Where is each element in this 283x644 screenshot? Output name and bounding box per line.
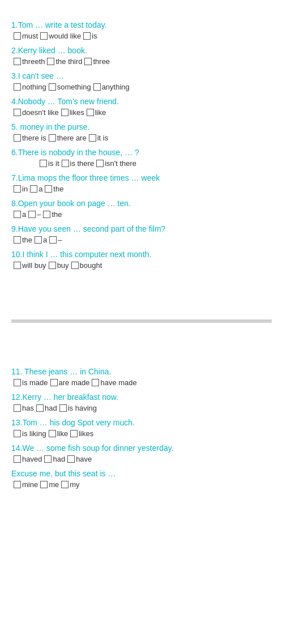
option-q1-2[interactable]: is xyxy=(83,32,97,40)
option-q7-2[interactable]: the xyxy=(45,185,63,193)
checkbox-q8-0[interactable] xyxy=(14,211,21,218)
option-label-q12-2: is having xyxy=(68,404,97,412)
question-text-q8: 8.Open your book on page … ten. xyxy=(11,199,272,208)
option-q3-1[interactable]: something xyxy=(49,83,91,91)
checkbox-q12-0[interactable] xyxy=(14,404,21,412)
checkbox-q3-2[interactable] xyxy=(93,83,101,91)
checkbox-q14-1[interactable] xyxy=(44,455,52,463)
checkbox-q9-2[interactable] xyxy=(49,236,57,244)
option-q6-0[interactable]: is it xyxy=(40,159,59,168)
option-q2-0[interactable]: threeth xyxy=(14,57,45,66)
option-q5-0[interactable]: there is xyxy=(14,134,46,142)
checkbox-q2-0[interactable] xyxy=(14,58,21,65)
option-q8-1[interactable]: – xyxy=(28,210,41,219)
checkbox-q15-2[interactable] xyxy=(61,481,68,488)
checkbox-q5-1[interactable] xyxy=(49,134,56,142)
checkbox-q8-1[interactable] xyxy=(28,211,36,218)
checkbox-q6-2[interactable] xyxy=(96,160,104,167)
checkbox-q13-1[interactable] xyxy=(49,430,56,437)
option-q15-1[interactable]: me xyxy=(40,480,59,489)
checkbox-q10-2[interactable] xyxy=(71,262,79,269)
option-q5-2[interactable]: it is xyxy=(89,134,109,142)
checkbox-q7-0[interactable] xyxy=(14,185,21,193)
checkbox-q15-1[interactable] xyxy=(40,481,48,488)
option-q14-1[interactable]: had xyxy=(44,455,65,463)
checkbox-q11-0[interactable] xyxy=(14,379,21,386)
option-q8-0[interactable]: a xyxy=(14,210,26,219)
options-row-q12: has had is having xyxy=(11,404,272,412)
option-q12-2[interactable]: is having xyxy=(59,404,97,412)
checkbox-q4-0[interactable] xyxy=(14,109,21,116)
checkbox-q10-0[interactable] xyxy=(14,262,21,269)
option-label-q5-1: there are xyxy=(57,134,87,142)
checkbox-q7-1[interactable] xyxy=(30,185,37,193)
checkbox-q6-1[interactable] xyxy=(62,160,69,167)
checkbox-q8-2[interactable] xyxy=(43,211,50,218)
option-q9-0[interactable]: the xyxy=(14,236,32,244)
option-q7-1[interactable]: a xyxy=(30,185,42,193)
checkbox-q11-1[interactable] xyxy=(50,379,58,386)
checkbox-q1-0[interactable] xyxy=(14,32,21,40)
option-label-q8-2: the xyxy=(52,210,62,219)
checkbox-q14-2[interactable] xyxy=(67,455,75,463)
question-block-q6: 6.There is nobody in the house, … ?is it… xyxy=(11,148,272,168)
option-q13-0[interactable]: is liking xyxy=(14,429,46,438)
option-q11-2[interactable]: have made xyxy=(92,378,136,387)
option-q4-2[interactable]: like xyxy=(87,108,106,117)
option-q15-2[interactable]: my xyxy=(61,480,79,489)
option-q12-1[interactable]: had xyxy=(36,404,57,412)
option-q6-1[interactable]: is there xyxy=(62,159,95,168)
option-q14-0[interactable]: haved xyxy=(14,455,42,463)
option-label-q9-1: a xyxy=(43,236,47,244)
option-q10-2[interactable]: bought xyxy=(71,261,102,270)
checkbox-q6-0[interactable] xyxy=(40,160,47,167)
option-q7-0[interactable]: in xyxy=(14,185,28,193)
checkbox-q13-0[interactable] xyxy=(14,430,21,437)
option-q10-1[interactable]: buy xyxy=(49,261,69,270)
option-q5-1[interactable]: there are xyxy=(49,134,87,142)
options-row-q13: is liking like likes xyxy=(11,429,272,438)
checkbox-q12-1[interactable] xyxy=(36,404,44,412)
option-q13-1[interactable]: like xyxy=(49,429,68,438)
option-q1-1[interactable]: would like xyxy=(40,32,81,40)
option-q8-2[interactable]: the xyxy=(43,210,62,219)
option-q9-1[interactable]: a xyxy=(35,236,47,244)
checkbox-q3-0[interactable] xyxy=(14,83,21,91)
option-label-q9-2: – xyxy=(58,236,62,244)
checkbox-q9-0[interactable] xyxy=(14,236,21,244)
checkbox-q1-2[interactable] xyxy=(83,32,91,40)
checkbox-q10-1[interactable] xyxy=(49,262,56,269)
option-q2-2[interactable]: three xyxy=(84,57,110,66)
option-q9-2[interactable]: – xyxy=(49,236,62,244)
checkbox-q2-2[interactable] xyxy=(84,58,92,65)
checkbox-q1-1[interactable] xyxy=(40,32,48,40)
option-q2-1[interactable]: the third xyxy=(47,57,82,66)
checkbox-q9-1[interactable] xyxy=(35,236,42,244)
checkbox-q2-1[interactable] xyxy=(47,58,54,65)
option-q11-1[interactable]: are made xyxy=(50,378,90,387)
checkbox-q3-1[interactable] xyxy=(49,83,56,91)
option-q3-2[interactable]: anything xyxy=(93,83,130,91)
option-q14-2[interactable]: have xyxy=(67,455,92,463)
checkbox-q15-0[interactable] xyxy=(14,481,21,488)
option-q15-0[interactable]: mine xyxy=(14,480,38,489)
checkbox-q7-2[interactable] xyxy=(45,185,52,193)
checkbox-q12-2[interactable] xyxy=(59,404,67,412)
option-q10-0[interactable]: will buy xyxy=(14,261,46,270)
option-q3-0[interactable]: nothing xyxy=(14,83,46,91)
option-label-q2-2: three xyxy=(93,57,110,66)
option-q6-2[interactable]: isn't there xyxy=(96,159,136,168)
checkbox-q5-0[interactable] xyxy=(14,134,21,142)
checkbox-q13-2[interactable] xyxy=(70,430,78,437)
checkbox-q14-0[interactable] xyxy=(14,455,21,463)
checkbox-q4-1[interactable] xyxy=(61,109,68,116)
option-q4-0[interactable]: doesn't like xyxy=(14,108,59,117)
option-q13-2[interactable]: likes xyxy=(70,429,93,438)
checkbox-q4-2[interactable] xyxy=(87,109,94,116)
option-q1-0[interactable]: must xyxy=(14,32,38,40)
checkbox-q5-2[interactable] xyxy=(89,134,96,142)
option-q11-0[interactable]: is made xyxy=(14,378,48,387)
option-q12-0[interactable]: has xyxy=(14,404,34,412)
option-q4-1[interactable]: likes xyxy=(61,108,84,117)
checkbox-q11-2[interactable] xyxy=(92,379,99,386)
